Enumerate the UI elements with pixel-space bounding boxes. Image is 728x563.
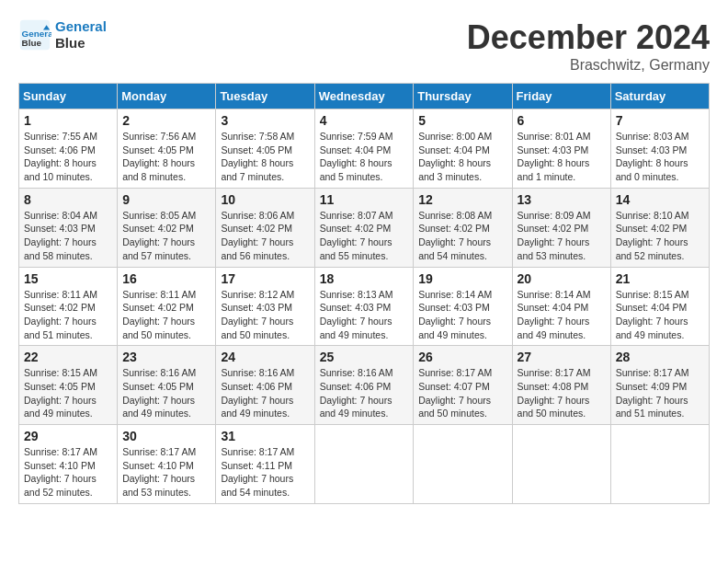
calendar-week-row: 29Sunrise: 8:17 AMSunset: 4:10 PMDayligh… — [19, 425, 710, 504]
day-number: 21 — [616, 271, 704, 286]
logo-icon: General Blue — [18, 18, 51, 52]
calendar-day-cell: 24Sunrise: 8:16 AMSunset: 4:06 PMDayligh… — [216, 346, 314, 425]
day-info: Sunrise: 8:06 AMSunset: 4:02 PMDaylight:… — [221, 209, 309, 263]
title-area: December 2024 Braschwitz, Germany — [467, 18, 710, 74]
empty-cell — [610, 425, 709, 504]
day-number: 7 — [616, 113, 704, 128]
calendar-day-cell: 9Sunrise: 8:05 AMSunset: 4:02 PMDaylight… — [118, 188, 216, 267]
weekday-header-thursday: Thursday — [414, 84, 512, 109]
day-number: 18 — [320, 271, 409, 286]
day-info: Sunrise: 8:05 AMSunset: 4:02 PMDaylight:… — [122, 209, 210, 263]
calendar-day-cell: 11Sunrise: 8:07 AMSunset: 4:02 PMDayligh… — [314, 188, 414, 267]
day-number: 12 — [418, 192, 506, 207]
day-info: Sunrise: 8:11 AMSunset: 4:02 PMDaylight:… — [24, 288, 112, 342]
calendar-day-cell: 1Sunrise: 7:55 AMSunset: 4:06 PMDaylight… — [19, 109, 118, 189]
day-info: Sunrise: 8:14 AMSunset: 4:03 PMDaylight:… — [418, 288, 506, 342]
day-number: 15 — [24, 271, 112, 286]
weekday-header-saturday: Saturday — [610, 84, 709, 109]
calendar-day-cell: 15Sunrise: 8:11 AMSunset: 4:02 PMDayligh… — [19, 267, 118, 346]
day-number: 30 — [122, 429, 210, 443]
day-number: 23 — [122, 350, 210, 364]
day-info: Sunrise: 8:17 AMSunset: 4:09 PMDaylight:… — [616, 366, 704, 420]
day-info: Sunrise: 8:01 AMSunset: 4:03 PMDaylight:… — [518, 130, 606, 184]
calendar-day-cell: 8Sunrise: 8:04 AMSunset: 4:03 PMDaylight… — [19, 188, 118, 267]
day-number: 6 — [518, 113, 606, 128]
calendar-day-cell: 4Sunrise: 7:59 AMSunset: 4:04 PMDaylight… — [314, 109, 414, 189]
day-number: 4 — [320, 113, 409, 128]
calendar-week-row: 1Sunrise: 7:55 AMSunset: 4:06 PMDaylight… — [19, 109, 710, 189]
calendar-header-row: SundayMondayTuesdayWednesdayThursdayFrid… — [19, 84, 710, 109]
day-info: Sunrise: 7:59 AMSunset: 4:04 PMDaylight:… — [320, 130, 409, 184]
weekday-header-monday: Monday — [118, 84, 216, 109]
calendar-day-cell: 14Sunrise: 8:10 AMSunset: 4:02 PMDayligh… — [610, 188, 709, 267]
day-info: Sunrise: 8:00 AMSunset: 4:04 PMDaylight:… — [418, 130, 506, 184]
calendar-day-cell: 3Sunrise: 7:58 AMSunset: 4:05 PMDaylight… — [216, 109, 314, 189]
calendar-day-cell: 23Sunrise: 8:16 AMSunset: 4:05 PMDayligh… — [118, 346, 216, 425]
day-number: 10 — [221, 192, 309, 207]
day-number: 3 — [221, 113, 309, 128]
day-number: 20 — [518, 271, 606, 286]
day-info: Sunrise: 8:07 AMSunset: 4:02 PMDaylight:… — [320, 209, 409, 263]
empty-cell — [314, 425, 414, 504]
day-number: 17 — [221, 271, 309, 286]
calendar-table: SundayMondayTuesdayWednesdayThursdayFrid… — [18, 83, 710, 504]
calendar-day-cell: 31Sunrise: 8:17 AMSunset: 4:11 PMDayligh… — [216, 425, 314, 504]
day-number: 29 — [24, 429, 112, 443]
calendar-day-cell: 27Sunrise: 8:17 AMSunset: 4:08 PMDayligh… — [512, 346, 610, 425]
calendar-day-cell: 2Sunrise: 7:56 AMSunset: 4:05 PMDaylight… — [118, 109, 216, 189]
calendar-day-cell: 20Sunrise: 8:14 AMSunset: 4:04 PMDayligh… — [512, 267, 610, 346]
day-number: 25 — [320, 350, 409, 364]
calendar-day-cell: 10Sunrise: 8:06 AMSunset: 4:02 PMDayligh… — [216, 188, 314, 267]
day-number: 5 — [418, 113, 506, 128]
day-info: Sunrise: 8:03 AMSunset: 4:03 PMDaylight:… — [616, 130, 704, 184]
location-title: Braschwitz, Germany — [467, 57, 710, 74]
day-info: Sunrise: 8:17 AMSunset: 4:11 PMDaylight:… — [221, 445, 309, 500]
calendar-day-cell: 22Sunrise: 8:15 AMSunset: 4:05 PMDayligh… — [19, 346, 118, 425]
day-info: Sunrise: 8:15 AMSunset: 4:05 PMDaylight:… — [24, 366, 112, 420]
day-info: Sunrise: 8:17 AMSunset: 4:10 PMDaylight:… — [122, 445, 210, 500]
day-info: Sunrise: 8:17 AMSunset: 4:10 PMDaylight:… — [24, 445, 112, 500]
day-number: 19 — [418, 271, 506, 286]
calendar-day-cell: 25Sunrise: 8:16 AMSunset: 4:06 PMDayligh… — [314, 346, 414, 425]
day-info: Sunrise: 7:58 AMSunset: 4:05 PMDaylight:… — [221, 130, 309, 184]
day-info: Sunrise: 8:15 AMSunset: 4:04 PMDaylight:… — [616, 288, 704, 342]
calendar-day-cell: 21Sunrise: 8:15 AMSunset: 4:04 PMDayligh… — [610, 267, 709, 346]
day-number: 24 — [221, 350, 309, 364]
day-number: 16 — [122, 271, 210, 286]
calendar-day-cell: 13Sunrise: 8:09 AMSunset: 4:02 PMDayligh… — [512, 188, 610, 267]
day-info: Sunrise: 8:13 AMSunset: 4:03 PMDaylight:… — [320, 288, 409, 342]
day-number: 28 — [616, 350, 704, 364]
day-info: Sunrise: 8:17 AMSunset: 4:07 PMDaylight:… — [418, 366, 506, 420]
day-info: Sunrise: 8:16 AMSunset: 4:05 PMDaylight:… — [122, 366, 210, 420]
logo: General Blue General Blue — [18, 18, 107, 52]
calendar-day-cell: 6Sunrise: 8:01 AMSunset: 4:03 PMDaylight… — [512, 109, 610, 189]
page-header: General Blue General Blue December 2024 … — [18, 18, 710, 74]
day-number: 13 — [518, 192, 606, 207]
day-info: Sunrise: 8:09 AMSunset: 4:02 PMDaylight:… — [518, 209, 606, 263]
calendar-day-cell: 17Sunrise: 8:12 AMSunset: 4:03 PMDayligh… — [216, 267, 314, 346]
day-info: Sunrise: 8:11 AMSunset: 4:02 PMDaylight:… — [122, 288, 210, 342]
svg-text:Blue: Blue — [22, 38, 42, 48]
day-number: 26 — [418, 350, 506, 364]
weekday-header-wednesday: Wednesday — [314, 84, 414, 109]
day-number: 14 — [616, 192, 704, 207]
calendar-week-row: 22Sunrise: 8:15 AMSunset: 4:05 PMDayligh… — [19, 346, 710, 425]
calendar-day-cell: 7Sunrise: 8:03 AMSunset: 4:03 PMDaylight… — [610, 109, 709, 189]
day-info: Sunrise: 8:16 AMSunset: 4:06 PMDaylight:… — [221, 366, 309, 420]
day-number: 11 — [320, 192, 409, 207]
day-info: Sunrise: 8:08 AMSunset: 4:02 PMDaylight:… — [418, 209, 506, 263]
day-info: Sunrise: 8:12 AMSunset: 4:03 PMDaylight:… — [221, 288, 309, 342]
calendar-day-cell: 29Sunrise: 8:17 AMSunset: 4:10 PMDayligh… — [19, 425, 118, 504]
day-info: Sunrise: 8:16 AMSunset: 4:06 PMDaylight:… — [320, 366, 409, 420]
calendar-day-cell: 16Sunrise: 8:11 AMSunset: 4:02 PMDayligh… — [118, 267, 216, 346]
day-number: 27 — [518, 350, 606, 364]
weekday-header-friday: Friday — [512, 84, 610, 109]
calendar-day-cell: 19Sunrise: 8:14 AMSunset: 4:03 PMDayligh… — [414, 267, 512, 346]
day-info: Sunrise: 8:17 AMSunset: 4:08 PMDaylight:… — [518, 366, 606, 420]
day-info: Sunrise: 8:04 AMSunset: 4:03 PMDaylight:… — [24, 209, 112, 263]
month-title: December 2024 — [467, 18, 710, 57]
calendar-day-cell: 18Sunrise: 8:13 AMSunset: 4:03 PMDayligh… — [314, 267, 414, 346]
weekday-header-sunday: Sunday — [19, 84, 118, 109]
calendar-day-cell: 26Sunrise: 8:17 AMSunset: 4:07 PMDayligh… — [414, 346, 512, 425]
day-number: 22 — [24, 350, 112, 364]
